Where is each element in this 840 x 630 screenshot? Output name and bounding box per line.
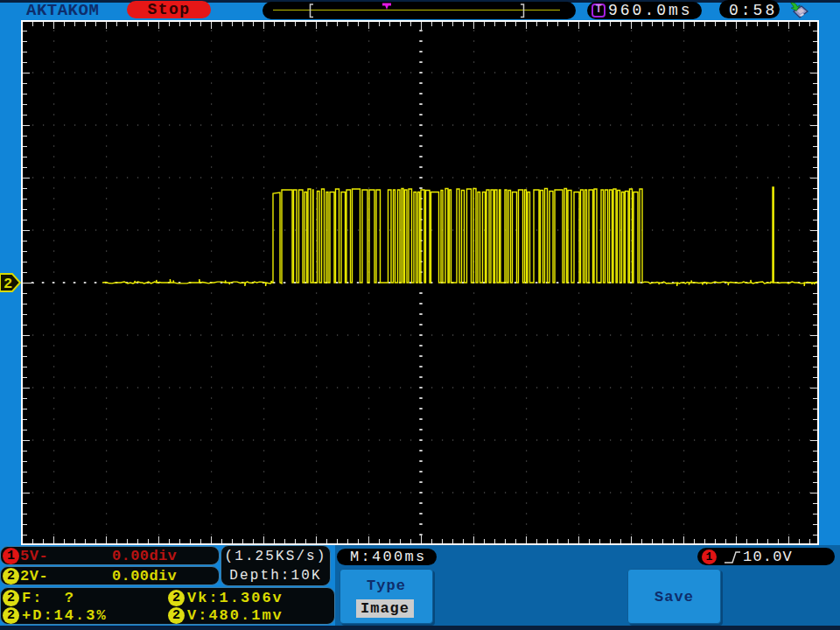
svg-text:2: 2	[4, 276, 12, 292]
